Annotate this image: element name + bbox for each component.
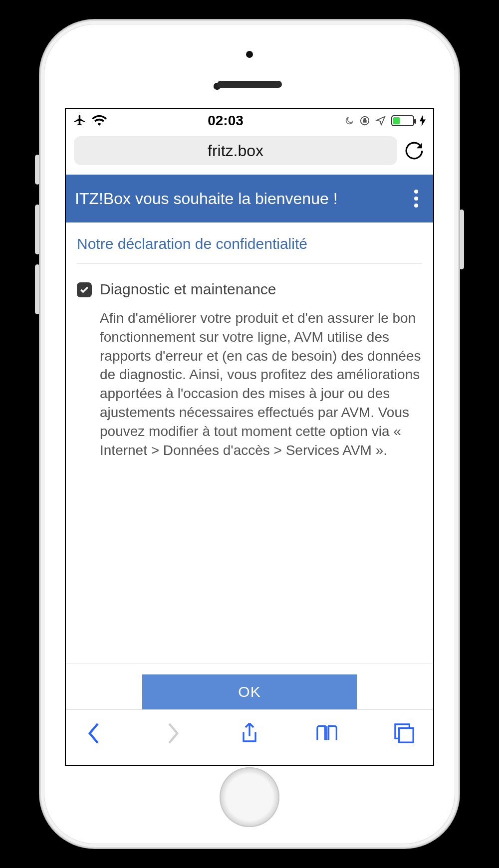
ok-button[interactable]: OK (142, 674, 357, 709)
moon-icon (344, 116, 354, 126)
page-header: ITZ!Box vous souhaite la bienvenue ! (66, 175, 433, 222)
safari-url-bar: fritz.box (66, 133, 433, 175)
phone-top-sensor (246, 51, 253, 58)
url-field[interactable]: fritz.box (74, 136, 397, 165)
status-time: 02:03 (208, 113, 244, 129)
location-icon (375, 115, 386, 126)
phone-speaker (217, 81, 282, 88)
phone-screen: 02:03 (65, 108, 434, 766)
diagnostics-label: Diagnostic et maintenance (100, 281, 422, 298)
phone-volume-down (35, 264, 40, 314)
privacy-link[interactable]: Notre déclaration de confidentialité (77, 235, 422, 264)
safari-toolbar (66, 709, 433, 756)
phone-inner: 02:03 (44, 24, 455, 844)
airplane-icon (73, 114, 87, 128)
ios-status-bar: 02:03 (66, 109, 433, 133)
kebab-menu-button[interactable] (410, 186, 422, 212)
wifi-icon (92, 115, 107, 127)
forward-button[interactable] (158, 719, 186, 747)
charging-icon (419, 115, 426, 126)
phone-frame: 02:03 (40, 20, 459, 848)
bookmarks-button[interactable] (313, 719, 341, 747)
phone-silent-switch (35, 155, 40, 185)
back-button[interactable] (81, 719, 109, 747)
diagnostics-checkbox[interactable] (77, 282, 92, 297)
page-header-title: ITZ!Box vous souhaite la bienvenue ! (75, 190, 338, 208)
phone-power-button (459, 210, 464, 269)
svg-rect-1 (399, 728, 413, 742)
orientation-lock-icon (359, 115, 370, 126)
share-button[interactable] (236, 719, 263, 747)
phone-volume-up (35, 205, 40, 254)
diagnostics-description: Afin d'améliorer votre produit et d'en a… (100, 309, 422, 459)
reload-button[interactable] (403, 140, 425, 162)
battery-icon (391, 115, 414, 126)
tabs-button[interactable] (390, 719, 418, 747)
action-area: OK (66, 663, 433, 709)
home-button[interactable] (220, 767, 279, 827)
page-content: Notre déclaration de confidentialité Dia… (66, 222, 433, 709)
url-text: fritz.box (208, 142, 263, 160)
diagnostics-section: Diagnostic et maintenance Afin d'amélior… (77, 264, 422, 459)
